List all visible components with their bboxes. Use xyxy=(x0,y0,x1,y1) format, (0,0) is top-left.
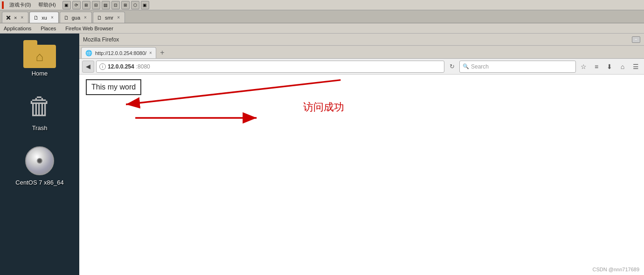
red-bar-icon xyxy=(2,1,4,9)
os-tab-xu-icon: 🗋 xyxy=(34,15,39,21)
minimize-button[interactable]: − xyxy=(632,36,640,43)
os-tab-smr[interactable]: 🗋 smr × xyxy=(93,12,125,23)
house-icon: ⌂ xyxy=(36,49,44,64)
folder-body: ⌂ xyxy=(23,45,56,68)
address-host: 12.0.0.254 xyxy=(108,63,134,70)
firefox-tab-close[interactable]: × xyxy=(149,50,152,55)
browser-window: Mozilla Firefox − 🌐 http://12.0.0.254:80… xyxy=(79,34,644,275)
toolbar-icon-1[interactable]: ▣ xyxy=(62,1,71,9)
download-button[interactable]: ⬇ xyxy=(604,61,615,72)
bookmark-button[interactable]: ☆ xyxy=(578,61,589,72)
nav-action-buttons: ☆ ≡ ⬇ ⌂ ☰ xyxy=(578,61,641,72)
toolbar-icon-2[interactable]: ⟳ xyxy=(72,1,81,9)
menu-applications[interactable]: Applications xyxy=(2,25,33,32)
menu-button[interactable]: ☰ xyxy=(630,61,641,72)
os-tab-xu[interactable]: 🗋 xu × xyxy=(29,12,58,23)
toolbar-icon-7[interactable]: ⊞ xyxy=(121,1,130,9)
os-tab-x-close[interactable]: × xyxy=(20,14,24,21)
info-icon: i xyxy=(99,63,106,70)
firefox-titlebar: Mozilla Firefox − xyxy=(79,34,644,46)
toolbar-menu-help[interactable]: 帮助(H) xyxy=(35,1,58,8)
toolbar-menu-game[interactable]: 游戏卡(0) xyxy=(7,1,34,8)
firefox-tabbar: 🌐 http://12.0.0.254:8080/ × + xyxy=(79,46,644,59)
firefox-navbar: ◀ i 12.0.0.254 :8080 ↻ 🔍 Search ☆ ≡ ⬇ ⌂ … xyxy=(79,59,644,75)
address-port: :8080 xyxy=(136,63,150,70)
os-tab-xu-close[interactable]: × xyxy=(50,14,55,21)
page-text: This my word xyxy=(86,79,141,95)
firefox-tab-label: http://12.0.0.254:8080/ xyxy=(95,50,146,56)
desktop-sidebar: ⌂ Home 🗑 Trash CentOS 7 x86_64 xyxy=(0,34,79,275)
menu-places[interactable]: Places xyxy=(39,25,58,32)
reader-button[interactable]: ≡ xyxy=(591,61,602,72)
window-controls: − xyxy=(632,36,640,43)
desktop-icon-home[interactable]: ⌂ Home xyxy=(21,38,58,79)
main-layout: ⌂ Home 🗑 Trash CentOS 7 x86_64 Mozilla F… xyxy=(0,34,644,275)
desktop-icon-trash[interactable]: 🗑 Trash xyxy=(21,88,58,133)
trash-icon: 🗑 xyxy=(23,90,56,123)
address-bar[interactable]: i 12.0.0.254 :8080 xyxy=(96,61,444,73)
toolbar-icon-3[interactable]: ⊞ xyxy=(82,1,90,9)
os-menu-bar: Applications Places Firefox Web Browser xyxy=(0,23,644,34)
firefox-tab-main[interactable]: 🌐 http://12.0.0.254:8080/ × xyxy=(81,47,156,58)
toolbar-icon-8[interactable]: ⬡ xyxy=(131,1,139,9)
toolbar-icon-6[interactable]: ⊡ xyxy=(111,1,120,9)
os-tab-gua-icon: 🗋 xyxy=(64,15,69,21)
firefox-title: Mozilla Firefox xyxy=(83,36,119,43)
home-folder-icon: ⌂ xyxy=(23,40,56,68)
menu-firefox[interactable]: Firefox Web Browser xyxy=(63,25,115,32)
os-tab-x[interactable]: 🗙 × × xyxy=(2,12,28,23)
os-tab-xu-label: xu xyxy=(42,15,47,21)
home-nav-button[interactable]: ⌂ xyxy=(617,61,628,72)
toolbar-icon-4[interactable]: ⊟ xyxy=(92,1,100,9)
arrow-overlay xyxy=(79,75,644,275)
reload-button[interactable]: ↻ xyxy=(446,61,457,72)
os-tab-x-icon: 🗙 xyxy=(6,15,11,21)
os-tab-smr-icon: 🗋 xyxy=(97,15,102,21)
os-tab-bar: 🗙 × × 🗋 xu × 🗋 gua × 🗋 smr × xyxy=(0,10,644,23)
search-icon: 🔍 xyxy=(463,63,469,69)
cd-icon xyxy=(23,144,56,177)
browser-content: This my word 访问成功 CSDN @nnn7176 xyxy=(79,75,644,275)
toolbar-icon-5[interactable]: ▤ xyxy=(102,1,110,9)
cd-disc xyxy=(25,146,54,175)
home-icon-label: Home xyxy=(32,70,48,77)
os-tab-gua-label: gua xyxy=(72,15,80,21)
firefox-tab-icon: 🌐 xyxy=(85,50,92,56)
top-toolbar: 游戏卡(0) 帮助(H) ▣ ⟳ ⊞ ⊟ ▤ ⊡ ⊞ ⬡ ▣ xyxy=(0,0,644,10)
success-text: 访问成功 xyxy=(303,100,344,114)
centos-icon-label: CentOS 7 x86_64 xyxy=(15,179,63,186)
os-tab-gua[interactable]: 🗋 gua × xyxy=(60,12,92,23)
csdn-watermark: CSDN @nnn717689 xyxy=(593,267,639,272)
cd-hole xyxy=(37,158,42,164)
toolbar-icon-9[interactable]: ▣ xyxy=(141,1,149,9)
os-tab-smr-close[interactable]: × xyxy=(116,14,121,21)
os-tab-gua-close[interactable]: × xyxy=(83,14,88,21)
search-placeholder: Search xyxy=(471,63,489,70)
firefox-new-tab-button[interactable]: + xyxy=(157,48,167,57)
trash-icon-label: Trash xyxy=(32,124,48,131)
os-tab-smr-label: smr xyxy=(105,15,113,21)
back-button[interactable]: ◀ xyxy=(82,61,94,73)
os-tab-x-label: × xyxy=(14,15,17,21)
search-bar[interactable]: 🔍 Search xyxy=(459,61,576,73)
desktop-icon-centos[interactable]: CentOS 7 x86_64 xyxy=(14,143,65,188)
